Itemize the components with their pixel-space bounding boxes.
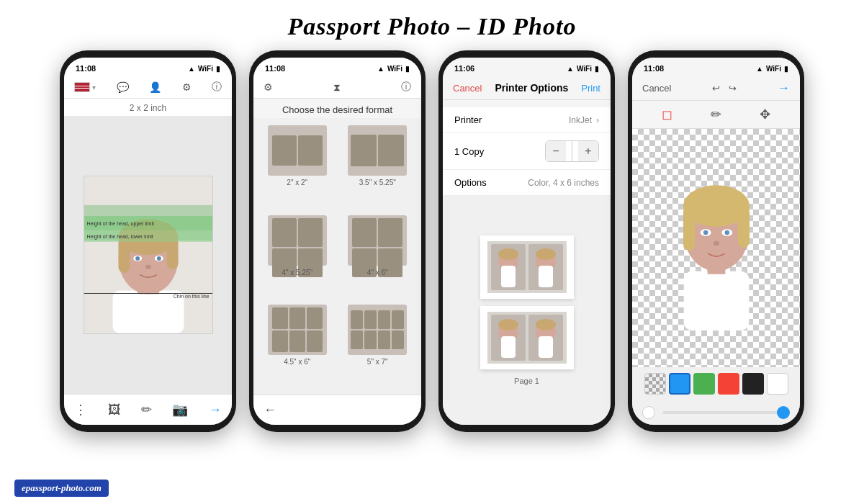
status-bar-1: 11:08 ▲ WiFi ▮ xyxy=(64,58,232,76)
pencil-tool[interactable]: ✏ xyxy=(711,107,721,122)
battery-icon-2: ▮ xyxy=(405,65,410,73)
printer-row-options[interactable]: Options Color, 4 x 6 inches xyxy=(443,170,611,196)
head-upper-guideline: Height of the head, upper limit xyxy=(84,216,212,230)
copies-label: 1 Copy xyxy=(454,146,484,157)
red-swatch[interactable] xyxy=(718,373,739,395)
watermark: epassport-photo.com xyxy=(14,480,109,497)
format-35x525[interactable]: 3.5" x 5.25" xyxy=(341,125,415,208)
white-swatch[interactable] xyxy=(767,373,788,395)
format-4x6[interactable]: 4" x 6" xyxy=(341,215,415,298)
svg-point-39 xyxy=(703,230,708,235)
status-time-3: 11:06 xyxy=(454,64,474,73)
redo-button[interactable]: ↪ xyxy=(729,83,737,94)
printer-value: InkJet › xyxy=(569,115,599,125)
phone-2: 11:08 ▲ WiFi ▮ ⚙ ⧗ ⓘ Choose the desired … xyxy=(249,50,426,432)
status-icons-3: ▲ WiFi ▮ xyxy=(567,65,599,73)
brush-size-row xyxy=(632,400,800,425)
sliders-icon[interactable]: ⧗ xyxy=(333,81,341,94)
head-upper-label: Height of the head, upper limit xyxy=(84,221,154,226)
brush-size-slider[interactable] xyxy=(662,411,790,414)
chevron-down-icon: ▾ xyxy=(92,84,96,91)
black-swatch[interactable] xyxy=(742,373,764,395)
svg-rect-17 xyxy=(501,266,516,287)
wifi-icon-4: WiFi xyxy=(766,65,781,73)
svg-point-10 xyxy=(135,256,140,261)
camera-icon[interactable]: 📷 xyxy=(172,402,188,418)
photo-preview-area: Height of the head, upper limit Height o… xyxy=(64,116,232,394)
stepper-divider xyxy=(572,141,572,161)
format-4x525[interactable]: 4" x 5.25" xyxy=(261,215,334,298)
undo-button[interactable]: ↩ xyxy=(712,83,720,94)
printer-options-panel: Printer InkJet › 1 Copy − + Options Colo… xyxy=(443,107,611,196)
options-label: Options xyxy=(454,177,487,188)
svg-point-11 xyxy=(156,256,161,261)
svg-rect-26 xyxy=(501,336,516,358)
printer-row-printer[interactable]: Printer InkJet › xyxy=(443,107,611,133)
message-icon[interactable]: 💬 xyxy=(117,81,129,93)
format-2x2[interactable]: 2" x 2" xyxy=(261,125,334,208)
flag-dropdown[interactable]: ▾ xyxy=(74,82,96,92)
color-palette xyxy=(632,367,800,400)
forward-button[interactable]: → xyxy=(777,81,790,96)
format-5x7[interactable]: 5" x 7" xyxy=(341,305,415,387)
menu-icon[interactable]: ⋮ xyxy=(74,402,87,418)
eraser-tool[interactable]: ◻ xyxy=(662,107,672,122)
phone-3-screen: 11:06 ▲ WiFi ▮ Cancel Printer Options Pr… xyxy=(443,58,611,425)
person-photo-edit xyxy=(637,129,796,330)
edit-cancel-button[interactable]: Cancel xyxy=(642,83,671,94)
gallery-icon[interactable]: 🖼 xyxy=(108,402,121,418)
checker-swatch[interactable] xyxy=(644,373,666,395)
svg-point-29 xyxy=(536,319,556,330)
status-bar-2: 11:08 ▲ WiFi ▮ xyxy=(253,58,421,76)
wifi-icon-2: WiFi xyxy=(387,65,402,73)
brush-size-indicator xyxy=(642,406,655,419)
svg-point-40 xyxy=(724,230,729,235)
decrement-button[interactable]: − xyxy=(546,141,566,161)
gear-icon-2[interactable]: ⚙ xyxy=(264,81,273,93)
svg-rect-31 xyxy=(683,271,749,330)
format-label-2x2: 2" x 2" xyxy=(287,179,307,186)
svg-rect-36 xyxy=(737,206,749,248)
info-icon-2[interactable]: ⓘ xyxy=(401,81,411,94)
svg-rect-6 xyxy=(118,237,130,272)
svg-rect-35 xyxy=(683,206,694,251)
next-icon[interactable]: → xyxy=(209,402,222,418)
svg-point-20 xyxy=(536,248,556,260)
print-button[interactable]: Print xyxy=(581,83,600,94)
print-page-photo-1 xyxy=(487,241,567,293)
svg-point-16 xyxy=(498,248,518,260)
svg-point-12 xyxy=(145,265,151,269)
format-label-4x525: 4" x 5.25" xyxy=(282,269,312,276)
signal-icon-3: ▲ xyxy=(567,65,574,73)
person-photo-1 xyxy=(84,176,212,333)
options-value: Color, 4 x 6 inches xyxy=(528,178,599,188)
gear-icon[interactable]: ⚙ xyxy=(182,81,192,93)
brush-slider-thumb[interactable] xyxy=(777,406,790,419)
cancel-button[interactable]: Cancel xyxy=(453,83,482,94)
blue-swatch[interactable] xyxy=(669,373,690,395)
format-45x6[interactable]: 4.5" x 6" xyxy=(261,305,334,387)
status-bar-4: 11:08 ▲ WiFi ▮ xyxy=(632,58,800,76)
svg-point-41 xyxy=(713,241,719,246)
status-icons-2: ▲ WiFi ▮ xyxy=(377,65,410,73)
svg-point-25 xyxy=(498,319,518,330)
format-header: Choose the desired format xyxy=(253,99,421,118)
edit-actions: ↩ ↪ xyxy=(712,83,737,94)
printer-topbar: Cancel Printer Options Print xyxy=(443,76,611,100)
green-swatch[interactable] xyxy=(693,373,715,395)
edit-photo-area xyxy=(632,129,800,367)
info-icon[interactable]: ⓘ xyxy=(212,81,222,94)
copies-stepper[interactable]: − + xyxy=(545,140,599,162)
increment-button[interactable]: + xyxy=(578,141,598,161)
edit-icon[interactable]: ✏ xyxy=(141,402,152,418)
svg-rect-21 xyxy=(539,266,553,287)
chevron-right-icon: › xyxy=(596,115,599,125)
move-tool[interactable]: ✥ xyxy=(760,107,770,122)
person-icon[interactable]: 👤 xyxy=(149,81,161,93)
back-icon[interactable]: ← xyxy=(264,402,276,418)
printer-options-title: Printer Options xyxy=(495,82,568,94)
battery-icon: ▮ xyxy=(216,65,220,73)
signal-icon-4: ▲ xyxy=(756,65,763,73)
printer-label: Printer xyxy=(454,114,482,125)
head-lower-guideline: Height of the head, lower limit xyxy=(84,230,212,242)
